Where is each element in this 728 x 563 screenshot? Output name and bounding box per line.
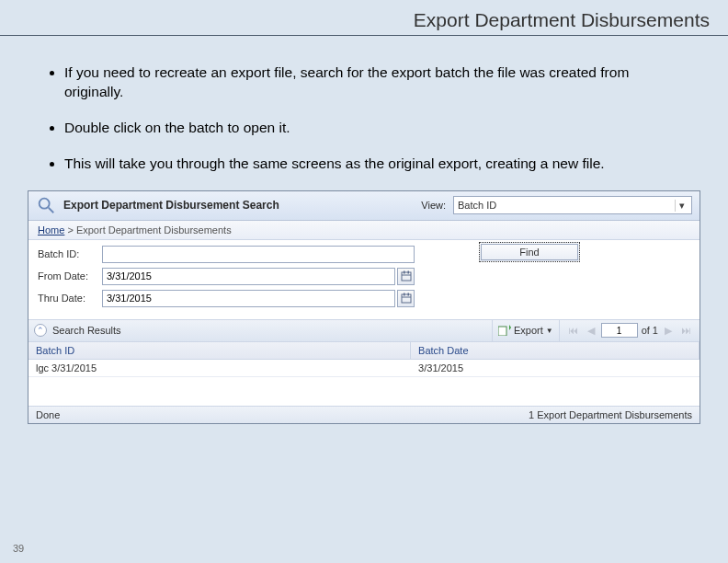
batch-id-input[interactable] (102, 246, 415, 263)
svg-rect-5 (407, 271, 409, 274)
thru-date-label: Thru Date: (38, 293, 102, 304)
grid-header-batch-id[interactable]: Batch ID (28, 342, 411, 359)
table-row[interactable]: lgc 3/31/2015 3/31/2015 (28, 360, 700, 377)
status-bar: Done 1 Export Department Disbursements (28, 406, 700, 423)
batch-id-label: Batch ID: (38, 248, 102, 259)
from-date-label: From Date: (38, 270, 102, 282)
slide-number: 39 (13, 543, 24, 554)
cell-batch-date: 3/31/2015 (411, 360, 700, 376)
bullet-list: If you need to recreate an export file, … (0, 63, 728, 174)
app-screenshot: Export Department Disbursement Search Vi… (28, 190, 700, 424)
pager-first-icon[interactable]: ⏮ (565, 325, 581, 336)
pager-page-input[interactable] (601, 323, 638, 338)
svg-rect-9 (407, 293, 409, 296)
grid-header-batch-date[interactable]: Batch Date (411, 342, 700, 359)
search-icon (36, 195, 56, 215)
from-date-calendar-button[interactable] (397, 268, 415, 285)
results-toolbar: ⌃ Search Results Export ▼ ⏮ ◀ of 1 ▶ ⏭ (28, 320, 700, 342)
thru-date-calendar-button[interactable] (397, 290, 415, 307)
collapse-toggle-icon[interactable]: ⌃ (34, 324, 47, 337)
view-select[interactable]: Batch ID ▾ (453, 196, 692, 214)
svg-rect-8 (404, 293, 405, 296)
breadcrumb-current: Export Department Disbursements (76, 224, 232, 236)
thru-date-input[interactable] (102, 290, 395, 307)
export-icon (498, 325, 511, 336)
cell-batch-id: lgc 3/31/2015 (28, 360, 411, 376)
svg-line-1 (49, 208, 54, 213)
results-label: Search Results (52, 325, 121, 336)
svg-rect-2 (402, 272, 411, 281)
calendar-icon (401, 270, 412, 282)
bullet-item: Double click on the batch to open it. (64, 119, 677, 138)
app-header: Export Department Disbursement Search Vi… (28, 191, 700, 221)
view-select-value: Batch ID (458, 200, 496, 211)
svg-rect-4 (404, 271, 405, 274)
view-label: View: (421, 200, 446, 211)
bullet-item: This will take you through the same scre… (64, 155, 677, 174)
calendar-icon (401, 293, 412, 304)
pager-prev-icon[interactable]: ◀ (585, 325, 597, 337)
chevron-down-icon: ▾ (675, 200, 688, 212)
export-button-label: Export (514, 325, 543, 336)
pager-last-icon[interactable]: ⏭ (678, 325, 694, 336)
svg-rect-6 (402, 294, 411, 303)
slide-title: Export Department Disbursements (0, 0, 728, 36)
from-date-input[interactable] (102, 268, 395, 285)
pager: ⏮ ◀ of 1 ▶ ⏭ (559, 320, 694, 341)
find-button[interactable]: Find (479, 242, 580, 262)
chevron-down-icon: ▼ (546, 327, 553, 335)
status-left: Done (36, 409, 60, 420)
pager-next-icon[interactable]: ▶ (662, 325, 675, 337)
search-form: Batch ID: From Date: Thru Date: Find (28, 240, 700, 320)
breadcrumb: Home > Export Department Disbursements (28, 221, 700, 240)
svg-point-0 (40, 199, 50, 209)
pager-of-label: of 1 (642, 325, 658, 336)
export-button[interactable]: Export ▼ (492, 320, 559, 341)
status-right: 1 Export Department Disbursements (529, 409, 692, 420)
grid-body: lgc 3/31/2015 3/31/2015 (28, 360, 700, 406)
breadcrumb-separator: > (67, 224, 73, 236)
find-button-label: Find (519, 247, 539, 258)
bullet-item: If you need to recreate an export file, … (64, 63, 677, 102)
svg-rect-10 (498, 327, 506, 336)
breadcrumb-home-link[interactable]: Home (38, 224, 64, 236)
grid-header: Batch ID Batch Date (28, 342, 700, 360)
app-header-title: Export Department Disbursement Search (63, 199, 279, 212)
